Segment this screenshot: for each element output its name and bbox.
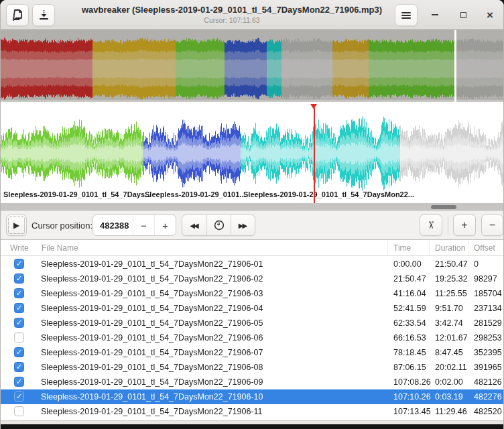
cell-offset: 281529 (474, 316, 502, 330)
screen-bottom-bar (1, 424, 504, 429)
jump-to-time-button[interactable] (206, 215, 231, 235)
write-checkbox[interactable]: ✓ (14, 377, 24, 387)
cell-offset: 0 (474, 257, 479, 271)
maximize-icon (460, 12, 466, 18)
column-header-duration[interactable]: Duration (435, 240, 465, 256)
cell-duration: 0:03.19 (435, 389, 463, 404)
seek-backward-button[interactable]: ◀◀ (182, 215, 206, 235)
close-icon: × (487, 9, 493, 21)
cell-filename: Sleepless-2019-01-29_0101_tl_54_7DaysMon… (41, 257, 263, 271)
seek-forward-button[interactable]: ▶▶ (231, 215, 255, 235)
menu-button[interactable] (395, 4, 418, 26)
write-checkbox[interactable]: ✓ (14, 259, 24, 269)
table-row[interactable]: ✓ Sleepless-2019-01-29_0101_tl_54_7DaysM… (1, 345, 504, 360)
cell-offset: 98297 (474, 271, 497, 286)
column-header-time[interactable]: Time (393, 240, 411, 256)
track-list-header: Write File Name Time Duration Offset (1, 240, 504, 256)
overview-waveform-canvas[interactable] (1, 30, 504, 102)
scissors-icon: ✂ (425, 221, 437, 230)
cell-offset: 482126 (474, 375, 502, 389)
titlebar: wavbreaker (Sleepless-2019-01-29_0101_tl… (1, 0, 503, 30)
close-button[interactable]: × (481, 5, 499, 24)
table-row[interactable]: ✓ Sleepless-2019-01-29_0101_tl_54_7DaysM… (1, 286, 504, 301)
write-checkbox[interactable]: ✓ (14, 303, 24, 313)
toolbar-separator (448, 217, 448, 235)
write-checkbox[interactable]: ✓ (14, 347, 24, 357)
window-title: wavbreaker (Sleepless-2019-01-29_0101_tl… (81, 5, 383, 15)
track-label: Sleepless-2019-01-29_0101_tl_54_7DaysMon… (243, 190, 414, 198)
column-header-filename[interactable]: File Name (41, 240, 78, 256)
table-row[interactable]: ✓ Sleepless-2019-01-29_0101_tl_54_7DaysM… (1, 316, 504, 330)
cell-duration: 8:47.45 (435, 345, 463, 360)
table-row[interactable]: ✓ Sleepless-2019-01-29_0101_tl_54_7DaysM… (1, 257, 504, 271)
cell-time: 66:16.53 (393, 330, 426, 345)
cell-filename: Sleepless-2019-01-29_0101_tl_54_7DaysMon… (41, 360, 263, 375)
write-checkbox[interactable] (14, 406, 24, 416)
track-label: Sleepless-2019-01-29_0101_tl_54_7Days... (3, 190, 151, 198)
cursor-position-label: Cursor position: (32, 211, 92, 240)
open-file-icon (12, 9, 23, 21)
table-row[interactable]: Sleepless-2019-01-29_0101_tl_54_7DaysMon… (1, 330, 504, 345)
add-break-button[interactable]: + (453, 214, 476, 236)
remove-break-button[interactable]: − (481, 214, 503, 236)
table-row[interactable]: Sleepless-2019-01-29_0101_tl_54_7DaysMon… (1, 404, 504, 419)
table-row[interactable]: ✓ Sleepless-2019-01-29_0101_tl_54_7DaysM… (1, 301, 504, 316)
cell-duration: 20:02.11 (435, 360, 467, 375)
clock-icon (214, 220, 225, 231)
save-button[interactable] (32, 4, 55, 26)
table-row[interactable]: ✓ Sleepless-2019-01-29_0101_tl_54_7DaysM… (1, 360, 504, 375)
table-row[interactable]: ✓ Sleepless-2019-01-29_0101_tl_54_7DaysM… (1, 271, 504, 286)
waveform-scrollbar[interactable] (1, 203, 504, 211)
cell-time: 107:08.26 (393, 375, 431, 389)
cell-time: 107:10.26 (393, 389, 431, 404)
write-checkbox[interactable]: ✓ (14, 318, 24, 328)
write-checkbox[interactable]: ✓ (14, 273, 24, 284)
cell-time: 21:50.47 (393, 271, 426, 286)
cell-offset: 482520 (474, 404, 502, 419)
window-title-area: wavbreaker (Sleepless-2019-01-29_0101_tl… (81, 5, 383, 24)
table-row[interactable]: ✓ Sleepless-2019-01-29_0101_tl_54_7DaysM… (1, 389, 504, 404)
cell-duration: 9:51.70 (435, 301, 463, 316)
cursor-position-input[interactable]: 482388 (93, 215, 133, 235)
save-icon (38, 9, 50, 21)
cell-duration: 11:25.55 (435, 286, 467, 301)
write-checkbox[interactable] (14, 332, 24, 343)
cell-filename: Sleepless-2019-01-29_0101_tl_54_7DaysMon… (41, 301, 263, 316)
cursor-position-spinbox[interactable]: 482388 − + (92, 214, 176, 236)
cell-time: 52:41.59 (393, 301, 426, 316)
seek-forward-icon: ▶▶ (239, 222, 247, 229)
waveform-detail-view[interactable]: Sleepless-2019-01-29_0101_tl_54_7Days...… (1, 104, 504, 203)
cell-filename: Sleepless-2019-01-29_0101_tl_54_7DaysMon… (41, 316, 263, 330)
cell-duration: 21:50.47 (435, 257, 468, 271)
plus-icon: + (461, 219, 467, 231)
cell-offset: 237134 (474, 301, 502, 316)
maximize-button[interactable] (454, 5, 472, 24)
play-button[interactable]: ▶ (6, 214, 27, 236)
overview-position-indicator (454, 30, 456, 102)
spin-increment-button[interactable]: + (154, 215, 176, 235)
cell-filename: Sleepless-2019-01-29_0101_tl_54_7DaysMon… (41, 375, 263, 389)
cut-track-button[interactable]: ✂ (420, 214, 442, 236)
cell-time: 62:33.54 (393, 316, 426, 330)
spin-decrement-button[interactable]: − (133, 215, 154, 235)
cell-duration: 19:25.32 (435, 271, 468, 286)
cell-duration: 3:42.74 (435, 316, 463, 330)
wavbreaker-window: wavbreaker (Sleepless-2019-01-29_0101_tl… (0, 0, 504, 429)
detail-waveform-canvas[interactable] (1, 104, 504, 203)
column-header-write[interactable]: Write (10, 240, 29, 256)
write-checkbox[interactable]: ✓ (14, 288, 24, 298)
scrollbar-handle[interactable] (431, 205, 456, 209)
cursor-line (314, 108, 315, 203)
minimize-button[interactable] (426, 5, 444, 24)
cell-duration: 0:02.00 (435, 375, 463, 389)
write-checkbox[interactable]: ✓ (14, 362, 24, 372)
open-file-button[interactable] (6, 4, 29, 26)
column-header-offset[interactable]: Offset (474, 240, 495, 256)
cell-time: 107:13.45 (393, 404, 431, 419)
track-table-body: ✓ Sleepless-2019-01-29_0101_tl_54_7DaysM… (1, 257, 504, 419)
cell-time: 41:16.04 (393, 286, 426, 301)
toolbar: ▶ Cursor position: 482388 − + ◀◀ ▶▶ (1, 211, 504, 240)
table-row[interactable]: ✓ Sleepless-2019-01-29_0101_tl_54_7DaysM… (1, 375, 504, 389)
write-checkbox[interactable]: ✓ (14, 391, 24, 402)
waveform-overview[interactable] (1, 30, 504, 102)
